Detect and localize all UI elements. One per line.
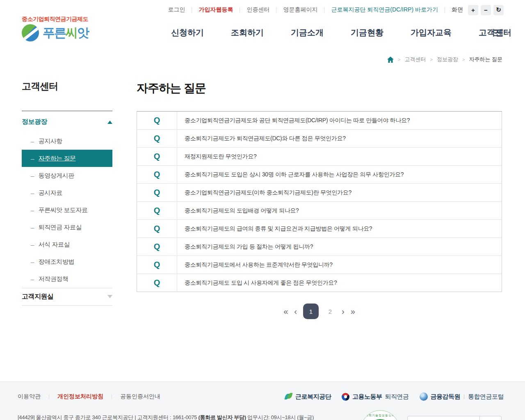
- nav-inquiry[interactable]: 조회하기: [231, 27, 264, 38]
- q-icon: Q: [137, 220, 177, 237]
- kcomwel-logo[interactable]: 근로복지공단: [285, 393, 331, 401]
- faq-question[interactable]: 중소퇴직기금제도의 가입 등 절차는 어떻게 됩니까?: [177, 238, 313, 256]
- page-1-button[interactable]: 1: [303, 304, 319, 319]
- family-site-select[interactable]: [407, 416, 502, 420]
- cert-guide-link[interactable]: 공동인증서안내: [112, 393, 169, 400]
- kcomwel-pension-shortcut-link[interactable]: 근로복지공단 퇴직연금(DC/IRP) 바로가기: [324, 6, 445, 14]
- terms-link[interactable]: 이용약관: [18, 393, 49, 400]
- dash: –: [31, 276, 34, 283]
- cert-center-link[interactable]: 인증센터: [240, 6, 276, 14]
- page: 로그인 가입자웹등록 인증센터 영문홈페이지 근로복지공단 퇴직연금(DC/IR…: [0, 0, 525, 420]
- moel-emblem-icon: [342, 393, 349, 401]
- q-icon: Q: [137, 274, 177, 292]
- footer-links: 이용약관 개인정보처리방침 공동인증서안내: [18, 393, 169, 400]
- sidebar-item-label: 공지사항: [39, 137, 62, 145]
- sidebar-item-faq[interactable]: –자주하는 질문: [22, 150, 112, 167]
- sidebar: 고객센터 정보광장 –공지사항 –자주하는 질문 –동영상게시판 –공시자료 –…: [22, 80, 112, 93]
- breadcrumb-separator: >: [430, 57, 433, 62]
- faq-list: Q중소기업퇴직연금기금제도와 공단 퇴직연금제도(DC/IRP) 아이디는 따로…: [137, 111, 502, 292]
- address-bold-text: (통화료 발신자 부담): [198, 414, 246, 420]
- faq-question[interactable]: 중소기업퇴직연금기금제도와 공단 퇴직연금제도(DC/IRP) 아이디는 따로 …: [177, 112, 410, 129]
- faq-row[interactable]: Q중소기업퇴직연금기금제도(이하 중소퇴직기금제도)란 무엇인가요?: [137, 183, 502, 201]
- address-text: 업무시간: 09시~18시 (월~금): [246, 414, 314, 420]
- faq-question[interactable]: 중소퇴직기금제도 도입 시 사용자에게 좋은 점은 무엇인가요?: [177, 274, 337, 292]
- dash: –: [31, 189, 34, 196]
- moel-pension-logo[interactable]: 고용노동부 퇴직연금: [342, 393, 409, 401]
- dash: –: [31, 172, 34, 179]
- faq-row[interactable]: Q중소퇴직기금제도 도입 시 사용자에게 좋은 점은 무엇인가요?: [137, 274, 502, 292]
- menu-icon[interactable]: [494, 30, 503, 36]
- faq-question[interactable]: 재정지원제도란 무엇인가요?: [177, 148, 256, 165]
- last-page-button[interactable]: »: [351, 307, 355, 315]
- faq-row[interactable]: Q중소퇴직기금제도가 퇴직연금제도(DC)와 다른 점은 무엇인가요?: [137, 129, 502, 147]
- faq-row[interactable]: Q중소퇴직기금제도에서 사용하는 표준계약서란 무엇입니까?: [137, 256, 502, 274]
- breadcrumb-current: 자주하는 질문: [469, 56, 502, 63]
- footer-partner-logos: 근로복지공단 고용노동부 퇴직연금 금융감독원 통합연금포털: [285, 393, 504, 401]
- site-logo[interactable]: 중소기업퇴직연금기금제도 푸른씨앗: [22, 16, 89, 41]
- faq-row[interactable]: Q중소퇴직기금제도의 가입 등 절차는 어떻게 됩니까?: [137, 237, 502, 256]
- sidebar-item-label: 자주하는 질문: [39, 155, 76, 162]
- login-link[interactable]: 로그인: [161, 6, 192, 14]
- sidebar-item-notice[interactable]: –공지사항: [22, 132, 112, 150]
- sidebar-item-disclosure[interactable]: –공시자료: [22, 184, 112, 201]
- sidebar-item-video-board[interactable]: –동영상게시판: [22, 167, 112, 184]
- faq-question[interactable]: 중소퇴직기금제도의 도입배경 어떻게 되나요?: [177, 202, 299, 219]
- faq-question[interactable]: 중소퇴직기금제도 도입은 상시 30명 이하 근로자를 사용하는 사업장은 의무…: [177, 166, 404, 183]
- sidebar-item-press[interactable]: –푸른씨앗 보도자료: [22, 201, 112, 219]
- faq-question[interactable]: 중소퇴직기금제도에서 사용하는 표준계약서란 무엇입니까?: [177, 256, 333, 274]
- q-icon: Q: [137, 148, 177, 165]
- divider: [22, 305, 112, 306]
- dash: –: [31, 224, 34, 231]
- main-nav: 신청하기 조회하기 기금소개 기금현황 가입자교육 고객센터: [171, 27, 511, 38]
- sidebar-item-label: 장애조치방법: [39, 258, 74, 266]
- faq-question[interactable]: 중소퇴직기금제도의 급여의 종류 및 지급요건과 지급방법은 어떻게 되나요?: [177, 220, 372, 237]
- sidebar-item-troubleshooting[interactable]: –장애조치방법: [22, 253, 112, 270]
- sidebar-section-info-plaza[interactable]: 정보광장: [22, 118, 112, 126]
- nav-apply[interactable]: 신청하기: [171, 27, 204, 38]
- logo-name-part: 씨: [66, 26, 77, 39]
- faq-row[interactable]: Q재정지원제도란 무엇인가요?: [137, 147, 502, 165]
- breadcrumb-customer-center[interactable]: 고객센터: [405, 56, 426, 63]
- member-web-register-link[interactable]: 가입자웹등록: [192, 6, 240, 14]
- privacy-policy-link[interactable]: 개인정보처리방침: [49, 393, 112, 400]
- sidebar-item-label: 푸른씨앗 보도자료: [39, 206, 88, 214]
- zoom-out-button[interactable]: −: [481, 5, 491, 15]
- q-icon: Q: [137, 256, 177, 274]
- nav-fund-status[interactable]: 기금현황: [351, 27, 383, 38]
- footer: 이용약관 개인정보처리방침 공동인증서안내 근로복지공단 고용노동부 퇴직연금 …: [0, 381, 525, 420]
- footer-address: [44429] 울산광역시 중구 종가로 340 근로복지공단 | 고객지원센터…: [18, 414, 314, 420]
- faq-question[interactable]: 중소퇴직기금제도가 퇴직연금제도(DC)와 다른 점은 무엇인가요?: [177, 130, 346, 147]
- prev-page-button[interactable]: ‹: [294, 307, 297, 315]
- fss-portal-logo[interactable]: 금융감독원 통합연금포털: [420, 393, 504, 401]
- sidebar-item-pension-library[interactable]: –퇴직연금 자료실: [22, 219, 112, 236]
- logo-name-part: 앗: [77, 26, 89, 39]
- sidebar-item-copyright-policy[interactable]: –저작권정책: [22, 270, 112, 288]
- faq-row[interactable]: Q중소퇴직기금제도의 급여의 종류 및 지급요건과 지급방법은 어떻게 되나요?: [137, 219, 502, 237]
- faq-row[interactable]: Q중소기업퇴직연금기금제도와 공단 퇴직연금제도(DC/IRP) 아이디는 따로…: [137, 112, 502, 129]
- page-2-button[interactable]: 2: [325, 308, 336, 315]
- faq-question[interactable]: 중소기업퇴직연금기금제도(이하 중소퇴직기금제도)란 무엇인가요?: [177, 184, 352, 201]
- sidebar-section-customer-support[interactable]: 고객지원실: [22, 288, 112, 305]
- q-icon: Q: [137, 130, 177, 147]
- nav-fund-intro[interactable]: 기금소개: [291, 27, 324, 38]
- first-page-button[interactable]: «: [283, 307, 288, 315]
- divider: [22, 111, 112, 111]
- zoom-in-button[interactable]: +: [468, 5, 478, 15]
- sidebar-section-label: 정보광장: [22, 118, 47, 126]
- sidebar-item-forms-library[interactable]: –서식 자료실: [22, 236, 112, 253]
- screen-zoom-label: 화면: [452, 6, 463, 14]
- breadcrumb-info-plaza[interactable]: 정보광장: [437, 56, 458, 63]
- faq-row[interactable]: Q중소퇴직기금제도의 도입배경 어떻게 되나요?: [137, 201, 502, 219]
- q-icon: Q: [137, 166, 177, 183]
- sidebar-item-label: 동영상게시판: [39, 172, 74, 180]
- nav-member-education[interactable]: 가입자교육: [411, 27, 452, 38]
- zoom-reset-button[interactable]: ↻: [493, 5, 504, 15]
- logo-name-part: 푸른: [43, 26, 66, 39]
- breadcrumb: > 고객센터 > 정보광장 > 자주하는 질문: [387, 56, 502, 63]
- next-page-button[interactable]: ›: [342, 307, 345, 315]
- home-icon[interactable]: [387, 57, 394, 63]
- breadcrumb-separator: >: [462, 57, 465, 62]
- english-site-link[interactable]: 영문홈페이지: [276, 6, 324, 14]
- leaf-logo-icon: [22, 24, 39, 41]
- faq-row[interactable]: Q중소퇴직기금제도 도입은 상시 30명 이하 근로자를 사용하는 사업장은 의…: [137, 165, 502, 183]
